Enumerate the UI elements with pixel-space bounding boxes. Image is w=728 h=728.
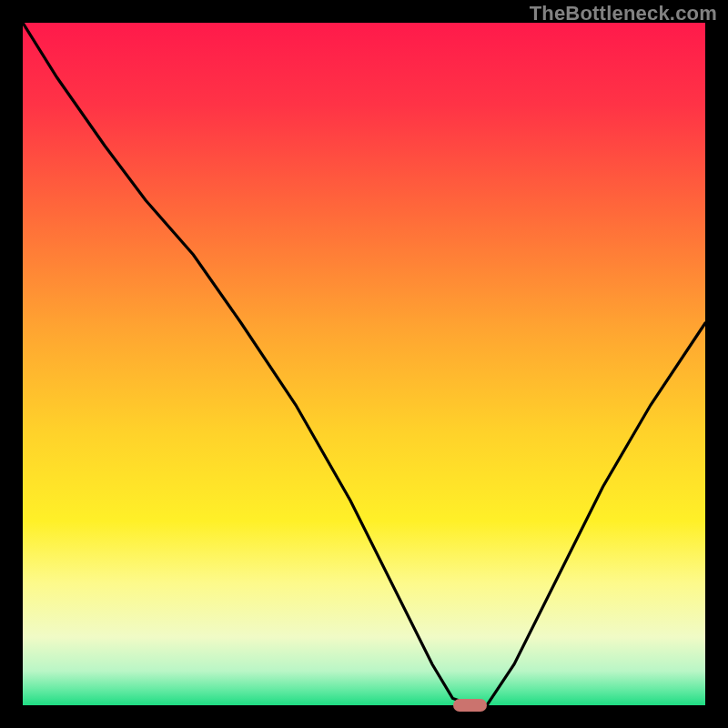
chart-frame: TheBottleneck.com [0,0,728,728]
plot-gradient-background [23,23,705,705]
watermark-text: TheBottleneck.com [530,2,717,25]
optimal-point-marker [453,699,488,712]
